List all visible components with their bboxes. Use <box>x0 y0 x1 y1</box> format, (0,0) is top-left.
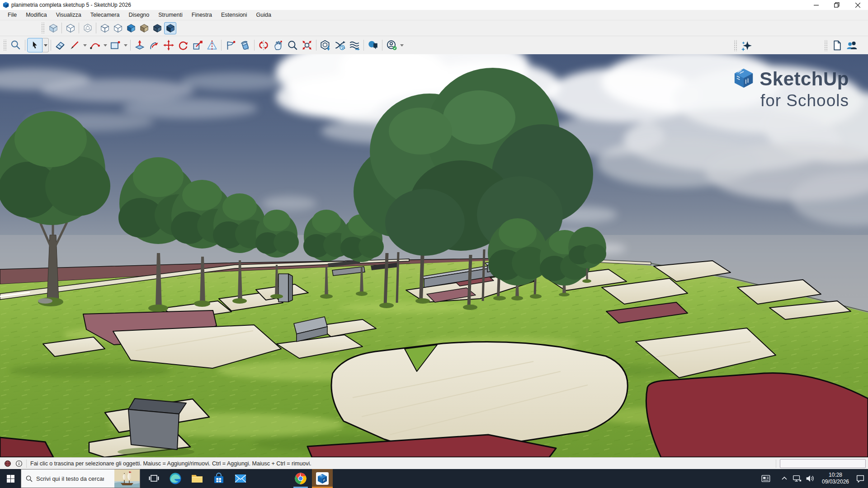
menu-modifica[interactable]: Modifica <box>21 10 52 19</box>
back-edges-style-icon[interactable] <box>64 22 76 34</box>
restore-button[interactable] <box>826 0 847 10</box>
search-icon <box>26 475 33 482</box>
rotate-icon[interactable] <box>176 38 190 52</box>
viewport-canvas[interactable] <box>0 54 868 457</box>
feedback-icon[interactable] <box>366 38 380 52</box>
clock-date: 09/03/2026 <box>822 479 849 485</box>
search-input[interactable] <box>36 475 104 482</box>
minimize-button[interactable] <box>806 0 826 10</box>
arc-dropdown[interactable] <box>102 39 108 52</box>
watermark: SketchUp for Schools <box>733 68 849 110</box>
search-icon[interactable] <box>9 38 23 52</box>
close-button[interactable] <box>847 0 868 10</box>
shaded-textures-style-icon[interactable] <box>138 22 150 34</box>
file-explorer-icon[interactable] <box>187 469 208 488</box>
toolbar-drag-handle[interactable] <box>3 40 7 51</box>
ai-assistant-icon[interactable] <box>739 39 754 52</box>
task-view-button[interactable] <box>143 469 164 488</box>
menu-guida[interactable]: Guida <box>252 10 276 19</box>
3d-warehouse-icon[interactable] <box>318 38 333 52</box>
status-message: Fai clic o trascina per selezionare gli … <box>30 460 311 467</box>
rectangle-tool-icon[interactable] <box>108 38 123 52</box>
move-icon[interactable] <box>161 38 176 52</box>
zoom-icon[interactable] <box>285 38 300 52</box>
flip-icon[interactable] <box>256 38 271 52</box>
push-pull-icon[interactable] <box>132 38 147 52</box>
line-tool-icon[interactable] <box>67 38 82 52</box>
paint-bucket-icon[interactable] <box>238 38 252 52</box>
mail-icon[interactable] <box>230 469 251 488</box>
main-toolbar <box>0 36 868 54</box>
menu-disegno[interactable]: Disegno <box>124 10 154 19</box>
status-bar: Fai clic o trascina per selezionare gli … <box>0 457 868 469</box>
eraser-icon[interactable] <box>53 38 67 52</box>
clock-time: 10:28 <box>829 472 842 479</box>
rectangle-dropdown[interactable] <box>123 39 128 52</box>
follow-me-icon[interactable] <box>147 38 161 52</box>
start-button[interactable] <box>0 469 21 488</box>
ai-toolbar <box>731 38 754 53</box>
line-dropdown[interactable] <box>82 39 88 52</box>
watermark-sub: for Schools <box>733 91 849 110</box>
select-tool[interactable] <box>27 38 49 52</box>
layers-share-icon[interactable] <box>347 38 362 52</box>
toolbar-drag-handle[interactable] <box>824 40 828 51</box>
toolbar-drag-handle[interactable] <box>733 40 737 51</box>
measurement-box[interactable] <box>780 459 866 468</box>
scale-icon[interactable] <box>190 38 205 52</box>
sketchup-logo-icon <box>733 68 754 90</box>
menu-telecamera[interactable]: Telecamera <box>86 10 124 19</box>
hidden-line-style-icon[interactable] <box>112 22 124 34</box>
wireframe-style-icon[interactable] <box>99 22 111 34</box>
window-title: planimetria completa sketchup 5 - Sketch… <box>11 2 131 8</box>
action-center-icon[interactable] <box>853 469 868 488</box>
widgets-icon[interactable] <box>758 469 774 488</box>
account-dropdown[interactable] <box>399 39 405 52</box>
pan-hand-icon[interactable] <box>271 38 285 52</box>
geolocation-icon[interactable] <box>4 460 11 467</box>
menu-strumenti[interactable]: Strumenti <box>154 10 187 19</box>
taskbar: 10:28 09/03/2026 <box>0 469 868 488</box>
zoom-extents-icon[interactable] <box>300 38 314 52</box>
shaded-style-icon[interactable] <box>125 22 137 34</box>
document-toolbar <box>821 38 859 53</box>
menu-bar: File Modifica Visualizza Telecamera Dise… <box>0 10 868 20</box>
taskbar-search[interactable] <box>21 469 140 488</box>
info-icon[interactable] <box>15 460 23 467</box>
sketchup-app-icon <box>3 2 9 8</box>
menu-file[interactable]: File <box>3 10 21 19</box>
arc-tool-icon[interactable] <box>88 38 102 52</box>
model-cleanup-icon[interactable] <box>333 38 347 52</box>
perspective-style-icon[interactable] <box>81 22 94 34</box>
account-icon[interactable] <box>384 38 399 52</box>
xray-style-icon[interactable] <box>47 22 59 34</box>
collaborators-icon[interactable] <box>844 39 859 52</box>
monochrome-style-icon[interactable] <box>151 22 163 34</box>
viewport[interactable]: SketchUp for Schools <box>0 54 868 457</box>
menu-visualizza[interactable]: Visualizza <box>52 10 86 19</box>
label-icon[interactable] <box>223 38 238 52</box>
styles-toolbar <box>0 20 868 36</box>
sketchup-taskbar-icon[interactable] <box>312 469 333 488</box>
search-highlight-image[interactable] <box>114 469 140 488</box>
active-textured-style-icon[interactable] <box>164 22 176 34</box>
toolbar-drag-handle[interactable] <box>41 23 45 33</box>
menu-finestra[interactable]: Finestra <box>187 10 217 19</box>
menu-estensioni[interactable]: Estensioni <box>217 10 252 19</box>
title-bar: planimetria completa sketchup 5 - Sketch… <box>0 0 868 10</box>
new-document-icon[interactable] <box>830 39 844 52</box>
tape-measure-icon[interactable] <box>205 38 219 52</box>
edge-icon[interactable] <box>165 469 186 488</box>
watermark-brand: SketchUp <box>760 68 849 90</box>
select-dropdown[interactable] <box>42 38 49 52</box>
chrome-icon[interactable] <box>290 469 311 488</box>
store-icon[interactable] <box>208 469 229 488</box>
taskbar-clock[interactable]: 10:28 09/03/2026 <box>815 469 856 488</box>
select-arrow-icon[interactable] <box>27 38 42 52</box>
